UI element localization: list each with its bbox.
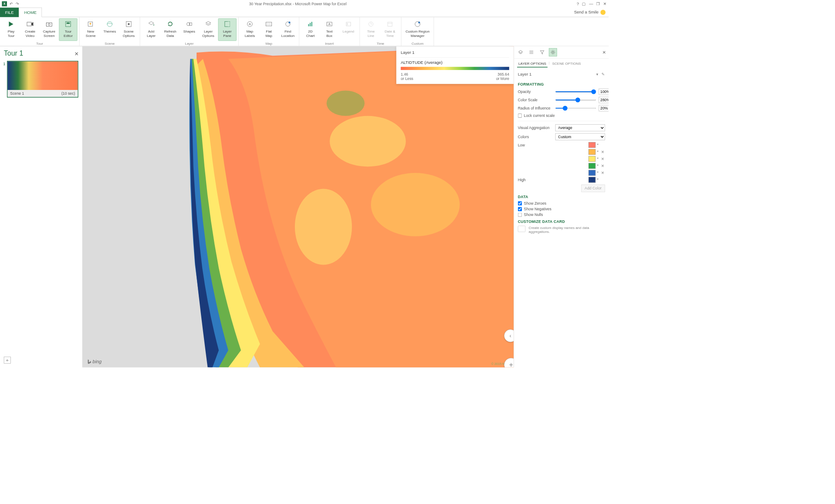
color-swatch-3[interactable] bbox=[588, 163, 595, 169]
ribbon-group-custom: Custom RegionManager Custom bbox=[401, 17, 434, 46]
remove-color-2[interactable]: ✕ bbox=[601, 156, 605, 161]
datacard-section-title: CUSTOMIZE DATA CARD bbox=[518, 219, 605, 224]
layer-pane-button[interactable]: LayerPane bbox=[218, 18, 237, 41]
2d-chart-button[interactable]: 2DChart bbox=[301, 18, 320, 41]
color-scale-label: Color Scale bbox=[518, 98, 552, 102]
undo-button[interactable]: ↶ bbox=[10, 1, 13, 6]
show-negatives-checkbox[interactable] bbox=[518, 207, 521, 211]
color-swatch-5[interactable] bbox=[588, 177, 595, 183]
tour-editor-icon bbox=[64, 20, 72, 28]
svg-text:A: A bbox=[249, 22, 251, 26]
map-legend[interactable]: Layer 1 ALTIDTUDE (Average) 1.46or Less … bbox=[396, 46, 514, 84]
ribbon-group-tour: PlayTour CreateVideo CaptureScreen TourE… bbox=[0, 17, 80, 46]
layer-options-button[interactable]: LayerOptions bbox=[199, 18, 217, 41]
svg-point-4 bbox=[48, 23, 50, 25]
layer-options-subtab[interactable]: LAYER OPTIONS bbox=[517, 60, 548, 67]
legend-color-scale bbox=[401, 67, 509, 70]
tour-editor-button[interactable]: TourEditor bbox=[59, 18, 77, 41]
add-layer-icon: + bbox=[147, 20, 155, 28]
text-box-button[interactable]: ATextBox bbox=[320, 18, 338, 41]
remove-color-3[interactable]: ✕ bbox=[601, 164, 605, 169]
custom-region-manager-button[interactable]: Custom RegionManager bbox=[403, 18, 432, 41]
close-window-button[interactable]: ✕ bbox=[603, 1, 607, 6]
radius-input[interactable] bbox=[598, 105, 608, 112]
svg-marker-2 bbox=[31, 22, 33, 26]
svg-point-40 bbox=[552, 51, 554, 53]
opacity-label: Opacity bbox=[518, 90, 552, 94]
excel-icon: X bbox=[2, 1, 7, 7]
map-area[interactable]: Layer 1 ALTIDTUDE (Average) 1.46or Less … bbox=[83, 46, 514, 367]
help-button[interactable]: ? bbox=[577, 1, 579, 6]
find-location-button[interactable]: FindLocation bbox=[279, 18, 297, 41]
map-labels-button[interactable]: AMapLabels bbox=[240, 18, 259, 41]
svg-point-37 bbox=[371, 173, 460, 236]
colors-select[interactable]: Custom bbox=[555, 133, 605, 140]
time-line-button: TimeLine bbox=[362, 18, 380, 41]
opacity-slider[interactable] bbox=[555, 91, 596, 93]
color-swatch-4[interactable] bbox=[588, 170, 595, 176]
color-scale-input[interactable] bbox=[598, 97, 608, 103]
pane-tab-settings-icon[interactable] bbox=[549, 48, 557, 56]
scene-options-subtab[interactable]: SCENE OPTIONS bbox=[551, 60, 582, 67]
remove-color-4[interactable]: ✕ bbox=[601, 171, 605, 176]
send-smile-link[interactable]: Send a Smile bbox=[574, 10, 598, 15]
scene-index: 1 bbox=[3, 61, 5, 66]
customize-datacard-button[interactable]: Create custom display names and data agg… bbox=[518, 226, 605, 233]
pane-tab-filter-icon[interactable] bbox=[538, 48, 546, 56]
tour-pane-close-button[interactable]: ✕ bbox=[74, 50, 78, 56]
redo-button[interactable]: ↷ bbox=[16, 1, 19, 6]
add-color-button[interactable]: Add Color bbox=[581, 185, 605, 192]
camera-icon bbox=[45, 20, 53, 28]
refresh-icon bbox=[166, 20, 174, 28]
rotate-left-button[interactable]: ‹ bbox=[504, 329, 514, 342]
shapes-icon bbox=[185, 20, 194, 28]
home-tab[interactable]: HOME bbox=[19, 7, 42, 17]
show-zeroes-checkbox[interactable] bbox=[518, 201, 521, 205]
scene-options-button[interactable]: SceneOptions bbox=[120, 18, 138, 41]
refresh-data-button[interactable]: RefreshData bbox=[161, 18, 179, 41]
show-nulls-checkbox[interactable] bbox=[518, 213, 521, 217]
scene-thumbnail[interactable]: 1 Scene 1 (10 sec) bbox=[7, 61, 78, 98]
legend-low: 1.46or Less bbox=[401, 72, 413, 80]
date-time-button: Date &Time bbox=[381, 18, 399, 41]
map-canvas[interactable] bbox=[83, 46, 514, 367]
themes-button[interactable]: Themes bbox=[100, 18, 119, 41]
pane-tab-fields-icon[interactable] bbox=[527, 48, 535, 56]
scene-name: Scene 1 bbox=[10, 91, 24, 96]
new-scene-button[interactable]: ✦NewScene bbox=[81, 18, 100, 41]
svg-rect-5 bbox=[66, 22, 71, 27]
flat-map-button[interactable]: FlatMap bbox=[260, 18, 278, 41]
layer-rename-button[interactable]: ✎ bbox=[601, 72, 605, 76]
remove-color-1[interactable]: ✕ bbox=[601, 149, 605, 154]
text-box-icon: A bbox=[325, 20, 334, 28]
color-swatch-0[interactable] bbox=[588, 142, 595, 148]
layer-dropdown-button[interactable]: ▾ bbox=[596, 72, 598, 76]
restore-button[interactable]: ❐ bbox=[596, 1, 600, 6]
radius-label: Radius of Influence bbox=[518, 106, 552, 110]
add-scene-button[interactable]: + bbox=[4, 357, 11, 364]
pane-tab-layers-icon[interactable] bbox=[517, 48, 525, 56]
svg-rect-23 bbox=[308, 24, 309, 26]
color-swatch-2[interactable] bbox=[588, 156, 595, 162]
colors-label: Colors bbox=[518, 135, 552, 139]
minimize-button[interactable]: — bbox=[589, 1, 593, 6]
radius-slider[interactable] bbox=[555, 108, 596, 109]
svg-rect-29 bbox=[347, 23, 348, 23]
scene-preview-image bbox=[7, 61, 77, 90]
ribbon-display-button[interactable]: ▢ bbox=[582, 1, 586, 6]
opacity-input[interactable] bbox=[598, 89, 608, 95]
file-tab[interactable]: FILE bbox=[0, 7, 19, 17]
smile-icon[interactable] bbox=[601, 10, 606, 15]
color-swatch-1[interactable] bbox=[588, 149, 595, 155]
lock-scale-checkbox[interactable] bbox=[518, 113, 521, 117]
shapes-button[interactable]: Shapes bbox=[180, 18, 198, 41]
layer-options-icon bbox=[204, 20, 212, 28]
play-tour-button[interactable]: PlayTour bbox=[2, 18, 20, 41]
add-layer-button[interactable]: +AddLayer bbox=[142, 18, 160, 41]
pane-close-button[interactable]: ✕ bbox=[602, 50, 606, 55]
bing-logo: bing bbox=[87, 359, 102, 364]
create-video-button[interactable]: CreateVideo bbox=[21, 18, 39, 41]
color-scale-slider[interactable] bbox=[555, 99, 596, 101]
capture-screen-button[interactable]: CaptureScreen bbox=[40, 18, 58, 41]
visual-aggregation-select[interactable]: Average bbox=[555, 124, 605, 131]
